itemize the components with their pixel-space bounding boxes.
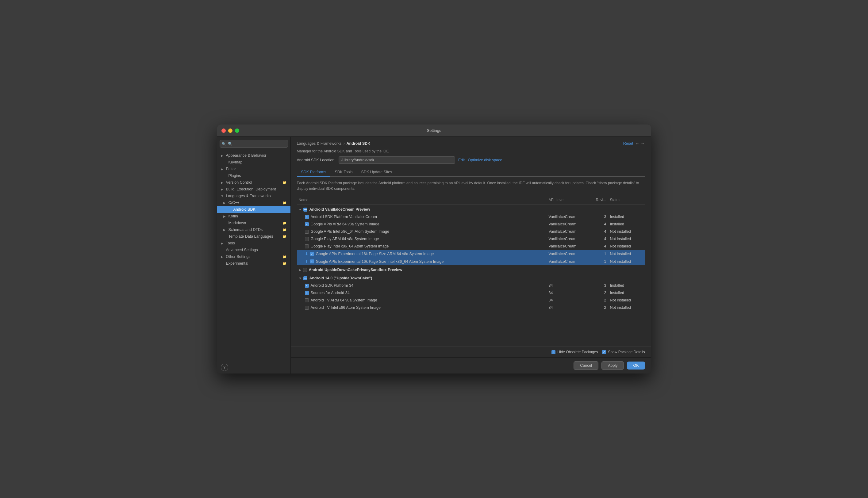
- sidebar-item-keymap[interactable]: Keymap: [217, 159, 290, 166]
- tab-sdk-platforms[interactable]: SDK Platforms: [297, 168, 331, 176]
- checkbox-partial[interactable]: [303, 276, 307, 280]
- chevron-down-icon[interactable]: ▼: [299, 277, 302, 280]
- row-api: [547, 205, 590, 213]
- row-api: [547, 265, 590, 274]
- checkbox-checked[interactable]: [305, 215, 309, 219]
- sidebar-item-label: Template Data Languages: [228, 234, 273, 239]
- sidebar-item-appearance[interactable]: ▶ Appearance & Behavior: [217, 152, 290, 159]
- sidebar-item-advanced-settings[interactable]: Advanced Settings: [217, 247, 290, 253]
- row-name: ▶ Android UpsideDownCakePrivacySandbox P…: [299, 268, 545, 272]
- close-button[interactable]: [222, 129, 226, 133]
- row-name: Android TV ARM 64 v8a System Image: [299, 298, 545, 302]
- chevron-placeholder: [223, 235, 227, 238]
- checkbox-unchecked[interactable]: [305, 245, 309, 248]
- sidebar-item-label: Kotlin: [228, 214, 238, 218]
- nav-back-icon[interactable]: ←: [635, 141, 640, 146]
- checkbox-checked[interactable]: [305, 222, 309, 226]
- sdk-location-input[interactable]: [339, 156, 455, 164]
- row-label: Android TV Intel x86 Atom System Image: [311, 305, 381, 310]
- row-name: Google APIs ARM 64 v8a System Image: [299, 222, 545, 226]
- sidebar-item-editor[interactable]: ▶ Editor: [217, 166, 290, 172]
- row-api: VanillaIceCream: [547, 228, 590, 235]
- folder-icon: 📁: [282, 221, 287, 225]
- checkbox-checked[interactable]: [310, 259, 314, 263]
- show-package-label: Show Package Details: [608, 350, 645, 354]
- chevron-placeholder: [223, 161, 227, 164]
- reset-button[interactable]: Reset: [623, 141, 633, 146]
- minimize-button[interactable]: [228, 129, 233, 133]
- row-api: 34: [547, 289, 590, 297]
- row-api: 34: [547, 282, 590, 289]
- chevron-placeholder: [223, 221, 227, 225]
- checkbox-unchecked[interactable]: [305, 306, 309, 310]
- row-rev: 2: [590, 289, 608, 297]
- hide-obsolete-checkbox[interactable]: [551, 350, 555, 354]
- breadcrumb-parent[interactable]: Languages & Frameworks: [297, 141, 342, 146]
- sidebar-item-label: Tools: [226, 241, 235, 245]
- sidebar-item-schemas[interactable]: ▶ Schemas and DTDs 📁: [217, 226, 290, 233]
- chevron-down-icon[interactable]: ▼: [299, 208, 302, 211]
- row-api: 34: [547, 304, 590, 311]
- sidebar-item-build[interactable]: ▶ Build, Execution, Deployment: [217, 186, 290, 193]
- maximize-button[interactable]: [235, 129, 239, 133]
- edit-button[interactable]: Edit: [458, 158, 465, 162]
- row-name: Sources for Android 34: [299, 291, 545, 295]
- row-rev: 2: [590, 304, 608, 311]
- table-row[interactable]: ⬇ Google APIs Experimental 16k Page Size…: [297, 250, 645, 258]
- col-header-rev: Revi...: [590, 195, 608, 205]
- row-name: Google Play ARM 64 v8a System Image: [299, 237, 545, 241]
- optimize-disk-button[interactable]: Optimize disk space: [468, 158, 502, 162]
- row-rev: 4: [590, 243, 608, 250]
- tab-sdk-tools[interactable]: SDK Tools: [330, 168, 357, 176]
- checkbox-unchecked[interactable]: [305, 298, 309, 302]
- checkbox-checked[interactable]: [305, 284, 309, 288]
- table-row[interactable]: ⬇ Google APIs Experimental 16k Page Size…: [297, 258, 645, 265]
- checkbox-checked[interactable]: [305, 291, 309, 295]
- cancel-button[interactable]: Cancel: [574, 361, 599, 370]
- help-button[interactable]: ?: [221, 364, 228, 371]
- sidebar-item-other-settings[interactable]: ▶ Other Settings 📁: [217, 253, 290, 260]
- search-icon: 🔍: [222, 142, 226, 146]
- row-label: Google APIs Experimental 16k Page Size A…: [316, 252, 434, 256]
- chevron-placeholder: [223, 174, 227, 178]
- row-rev: [590, 205, 608, 213]
- sidebar-item-version-control[interactable]: ▶ Version Control 📁: [217, 179, 290, 186]
- table-row: Android SDK Platform 34 34 3 Installed: [297, 282, 645, 289]
- sidebar-item-experimental[interactable]: Experimental 📁: [217, 260, 290, 267]
- checkbox-unchecked[interactable]: [303, 268, 307, 272]
- checkbox-partial[interactable]: [303, 208, 307, 212]
- sidebar-item-label: Schemas and DTDs: [228, 227, 263, 232]
- chevron-placeholder: [221, 248, 224, 252]
- checkbox-checked[interactable]: [310, 252, 314, 256]
- nav-forward-icon[interactable]: →: [641, 141, 645, 146]
- sidebar-item-tools[interactable]: ▶ Tools: [217, 240, 290, 247]
- row-status: [608, 265, 645, 274]
- folder-icon: 📁: [282, 201, 287, 205]
- row-label: Android TV ARM 64 v8a System Image: [311, 298, 377, 302]
- chevron-right-icon[interactable]: ▶: [299, 268, 301, 272]
- table-row: Google Play Intel x86_64 Atom System Ima…: [297, 243, 645, 250]
- dialog-buttons: Cancel Apply OK: [291, 357, 651, 374]
- sidebar-item-plugins[interactable]: Plugins: [217, 172, 290, 179]
- apply-button[interactable]: Apply: [602, 361, 624, 370]
- checkbox-unchecked[interactable]: [305, 230, 309, 234]
- show-package-checkbox[interactable]: [602, 350, 606, 354]
- sidebar-footer: ?: [217, 361, 290, 374]
- row-label: Google APIs ARM 64 v8a System Image: [311, 222, 379, 226]
- tab-sdk-update-sites[interactable]: SDK Update Sites: [357, 168, 397, 176]
- sidebar-item-cpp[interactable]: ▶ C/C++ 📁: [217, 199, 290, 206]
- sidebar-item-markdown[interactable]: Markdown 📁: [217, 220, 290, 226]
- sidebar-item-template-data[interactable]: Template Data Languages 📁: [217, 233, 290, 240]
- sidebar-item-kotlin[interactable]: ▶ Kotlin: [217, 213, 290, 220]
- checkbox-unchecked[interactable]: [305, 237, 309, 241]
- row-rev: [590, 274, 608, 282]
- search-box[interactable]: 🔍: [220, 140, 288, 148]
- search-input[interactable]: [220, 140, 288, 148]
- main-content: 🔍 ▶ Appearance & Behavior Keymap ▶ Edito…: [217, 137, 651, 374]
- sidebar-item-android-sdk[interactable]: Android SDK: [217, 206, 290, 213]
- sidebar-item-label: C/C++: [228, 200, 239, 205]
- ok-button[interactable]: OK: [627, 362, 645, 369]
- sidebar-item-languages[interactable]: ▼ Languages & Frameworks: [217, 193, 290, 199]
- sidebar-nav: ▶ Appearance & Behavior Keymap ▶ Editor …: [217, 151, 290, 361]
- row-rev: 1: [590, 258, 608, 265]
